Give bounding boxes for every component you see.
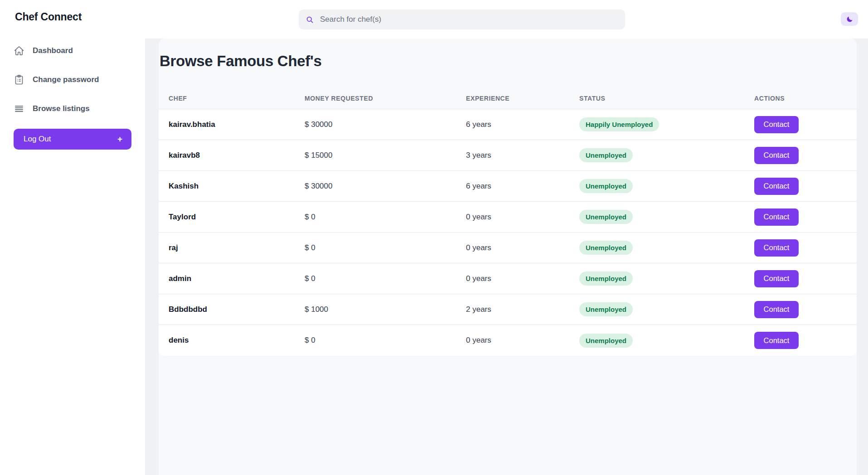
table-row: Taylord$ 00 yearsUnemployedContact [159,202,857,233]
column-header-status: STATUS [579,95,754,102]
theme-toggle-button[interactable] [841,12,858,26]
top-bar: Chef Connect [0,0,868,39]
column-header-chef: CHEF [169,95,305,102]
experience: 6 years [466,120,579,129]
actions-cell: Contact [754,239,857,257]
table-row: raj$ 00 yearsUnemployedContact [159,233,857,263]
status-badge: Unemployed [579,210,633,224]
content-card: Browse Famous Chef's CHEF MONEY REQUESTE… [159,39,857,475]
status-badge: Unemployed [579,148,633,162]
column-header-actions: ACTIONS [754,95,857,102]
money-requested: $ 30000 [305,120,466,129]
status-cell: Unemployed [579,241,754,255]
sidebar-item-browse-listings[interactable]: Browse listings [14,100,131,118]
table-row: Bdbdbdbd$ 10002 yearsUnemployedContact [159,294,857,325]
contact-button[interactable]: Contact [754,147,799,164]
money-requested: $ 0 [305,336,466,345]
status-cell: Unemployed [579,271,754,286]
sidebar-item-label: Dashboard [33,46,73,55]
status-cell: Unemployed [579,210,754,224]
page-title: Browse Famous Chef's [160,51,857,71]
table-row: denis$ 00 yearsUnemployedContact [159,325,857,356]
chef-name: kairav.bhatia [169,120,305,129]
experience: 0 years [466,243,579,252]
money-requested: $ 30000 [305,182,466,191]
table-header-row: CHEF MONEY REQUESTED EXPERIENCE STATUS A… [159,87,857,109]
search-bar[interactable] [299,10,625,29]
logout-button[interactable]: Log Out + [14,129,131,150]
status-cell: Happily Unemployed [579,117,754,131]
status-badge: Unemployed [579,334,633,348]
table-row: admin$ 00 yearsUnemployedContact [159,263,857,294]
chef-table-body: kairav.bhatia$ 300006 yearsHappily Unemp… [159,109,857,356]
logout-label: Log Out [24,135,51,144]
contact-button[interactable]: Contact [754,116,799,133]
contact-button[interactable]: Contact [754,301,799,318]
search-input[interactable] [319,15,618,24]
main-panel: Browse Famous Chef's CHEF MONEY REQUESTE… [145,39,868,475]
status-badge: Unemployed [579,179,633,193]
actions-cell: Contact [754,270,857,287]
column-header-experience: EXPERIENCE [466,95,579,102]
contact-button[interactable]: Contact [754,239,799,257]
sidebar-item-label: Browse listings [33,104,90,113]
actions-cell: Contact [754,178,857,195]
chef-name: Taylord [169,213,305,222]
status-cell: Unemployed [579,302,754,316]
experience: 0 years [466,213,579,222]
experience: 0 years [466,274,579,283]
experience: 0 years [466,336,579,345]
chef-name: raj [169,243,305,252]
status-badge: Unemployed [579,241,633,255]
home-icon [14,45,24,56]
actions-cell: Contact [754,147,857,164]
search-icon [305,15,314,24]
experience: 3 years [466,151,579,160]
actions-cell: Contact [754,332,857,349]
money-requested: $ 1000 [305,305,466,314]
app-logo: Chef Connect [15,11,82,23]
money-requested: $ 0 [305,213,466,222]
chef-name: Kashish [169,182,305,191]
sidebar-item-dashboard[interactable]: Dashboard [14,42,131,60]
table-row: Kashish$ 300006 yearsUnemployedContact [159,171,857,202]
chef-name: kairavb8 [169,151,305,160]
actions-cell: Contact [754,208,857,226]
status-cell: Unemployed [579,334,754,348]
list-icon [14,103,24,114]
status-badge: Unemployed [579,271,633,286]
status-badge: Unemployed [579,302,633,316]
plus-icon: + [117,134,122,144]
moon-icon [846,15,853,23]
table-row: kairav.bhatia$ 300006 yearsHappily Unemp… [159,109,857,140]
experience: 6 years [466,182,579,191]
contact-button[interactable]: Contact [754,332,799,349]
chef-name: denis [169,336,305,345]
clipboard-icon [14,74,24,85]
actions-cell: Contact [754,116,857,133]
money-requested: $ 0 [305,243,466,252]
chef-name: admin [169,274,305,283]
chef-name: Bdbdbdbd [169,305,305,314]
column-header-money-requested: MONEY REQUESTED [305,95,466,102]
money-requested: $ 0 [305,274,466,283]
status-cell: Unemployed [579,179,754,193]
status-cell: Unemployed [579,148,754,162]
contact-button[interactable]: Contact [754,178,799,195]
contact-button[interactable]: Contact [754,270,799,287]
sidebar-item-label: Change password [33,75,99,84]
experience: 2 years [466,305,579,314]
sidebar-item-change-password[interactable]: Change password [14,71,131,89]
money-requested: $ 15000 [305,151,466,160]
actions-cell: Contact [754,301,857,318]
chef-table: CHEF MONEY REQUESTED EXPERIENCE STATUS A… [159,87,857,356]
contact-button[interactable]: Contact [754,208,799,226]
sidebar: Dashboard Change password Browse listing… [0,39,145,475]
table-row: kairavb8$ 150003 yearsUnemployedContact [159,140,857,171]
status-badge: Happily Unemployed [579,117,659,131]
